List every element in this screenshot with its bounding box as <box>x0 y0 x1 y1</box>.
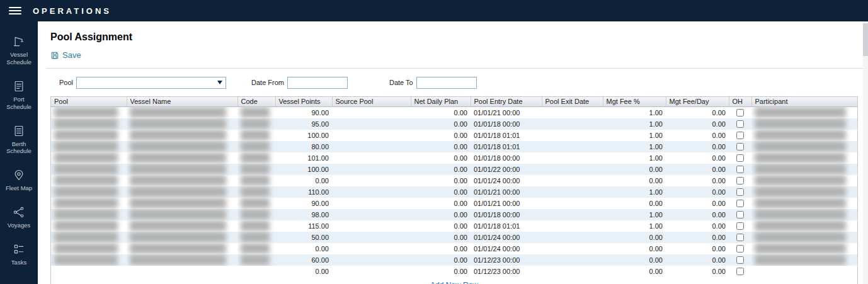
mgt-fee-pct-cell: 1.00 <box>603 186 666 198</box>
vessel-name-cell <box>127 198 237 209</box>
net-daily-plan-cell: 0.00 <box>411 152 471 164</box>
date-from-input[interactable] <box>287 77 348 89</box>
column-header: Pool Entry Date <box>471 97 542 107</box>
column-header: Code <box>237 97 275 107</box>
oh-checkbox[interactable] <box>736 154 744 162</box>
menu-icon[interactable] <box>9 7 21 14</box>
page-title: Pool Assignment <box>50 31 859 43</box>
oh-checkbox[interactable] <box>736 256 744 264</box>
pool-exit-date-cell <box>542 164 603 175</box>
sidebar-item-label: Port Schedule <box>1 96 37 111</box>
oh-checkbox[interactable] <box>736 234 744 241</box>
code-cell <box>237 175 275 186</box>
table-row[interactable]: 95.000.0001/01/18 00:001.000.00 <box>51 118 857 130</box>
redacted-data <box>130 141 226 152</box>
date-from-label: Date From <box>251 79 284 86</box>
table-row[interactable]: 115.000.0001/01/18 01:011.000.00 <box>51 220 857 232</box>
oh-cell <box>729 141 751 152</box>
redacted-data <box>755 186 846 197</box>
table-row[interactable]: 90.000.0001/01/21 00:000.000.00 <box>51 198 857 209</box>
oh-checkbox[interactable] <box>736 211 744 219</box>
mgt-fee-pct-cell: 1.00 <box>603 209 666 220</box>
table-row[interactable]: 90.000.0001/01/21 00:001.000.00 <box>51 107 857 118</box>
column-header: OH <box>729 97 751 107</box>
oh-checkbox[interactable] <box>736 200 744 207</box>
table-row[interactable]: 50.000.0001/01/24 00:000.000.00 <box>51 232 857 243</box>
filter-bar: Pool Date From Date To <box>59 77 859 89</box>
mgt-fee-day-cell: 0.00 <box>666 220 729 232</box>
redacted-data <box>755 232 846 242</box>
oh-checkbox[interactable] <box>736 177 744 185</box>
oh-checkbox[interactable] <box>736 120 744 128</box>
vessel-points-cell: 95.00 <box>275 118 332 130</box>
scrollbar-thumb[interactable] <box>863 23 868 56</box>
redacted-data <box>54 118 118 129</box>
oh-checkbox[interactable] <box>736 166 744 173</box>
pool-cell <box>51 232 127 243</box>
mgt-fee-day-cell: 0.00 <box>666 152 729 164</box>
redacted-data <box>130 118 226 129</box>
column-header: Vessel Points <box>275 97 332 107</box>
net-daily-plan-cell: 0.00 <box>411 254 471 266</box>
redacted-data <box>241 232 270 242</box>
table-row[interactable]: 80.000.0001/01/18 01:011.000.00 <box>51 141 857 152</box>
net-daily-plan-cell: 0.00 <box>411 266 471 277</box>
vessel-name-cell <box>127 243 237 254</box>
sidebar-item-port-schedule[interactable]: Port Schedule <box>1 80 37 111</box>
redacted-data <box>130 186 226 197</box>
save-icon <box>50 51 59 60</box>
sidebar-item-voyages[interactable]: Voyages <box>1 206 37 229</box>
oh-checkbox[interactable] <box>736 132 744 139</box>
mgt-fee-day-cell: 0.00 <box>666 164 729 175</box>
table-row[interactable]: 110.000.0001/01/21 00:001.000.00 <box>51 186 857 198</box>
pool-entry-date-cell: 01/01/24 00:00 <box>471 232 542 243</box>
redacted-data <box>241 152 270 163</box>
participant-cell <box>751 118 857 130</box>
sidebar-item-fleet-map[interactable]: Fleet Map <box>1 169 37 192</box>
oh-checkbox[interactable] <box>736 188 744 196</box>
oh-checkbox[interactable] <box>736 109 744 116</box>
sidebar-item-label: Voyages <box>8 222 30 229</box>
scrollbar[interactable] <box>863 21 868 284</box>
oh-checkbox[interactable] <box>736 268 744 275</box>
redacted-data <box>241 118 270 129</box>
source-pool-cell <box>332 198 411 209</box>
table-row[interactable]: 0.000.0001/12/23 00:000.000.00 <box>51 266 857 277</box>
table-row[interactable]: 100.000.0001/01/18 01:011.000.00 <box>51 130 857 141</box>
mgt-fee-pct-cell: 0.00 <box>603 243 666 254</box>
oh-checkbox[interactable] <box>736 245 744 253</box>
table-row[interactable]: 98.000.0001/01/18 00:001.000.00 <box>51 209 857 220</box>
oh-checkbox[interactable] <box>736 222 744 230</box>
table-row[interactable]: 100.000.0001/01/22 00:000.000.00 <box>51 164 857 175</box>
pool-entry-date-cell: 01/01/18 01:01 <box>471 141 542 152</box>
table-row[interactable]: 101.000.0001/01/18 00:001.000.00 <box>51 152 857 164</box>
sidebar-item-berth-schedule[interactable]: Berth Schedule <box>1 125 37 156</box>
pool-assignment-table: PoolVessel NameCodeVessel PointsSource P… <box>50 96 858 284</box>
chevron-down-icon <box>217 81 222 84</box>
mgt-fee-day-cell: 0.00 <box>666 175 729 186</box>
pool-cell <box>51 175 127 186</box>
sidebar-item-tasks[interactable]: Tasks <box>1 243 37 266</box>
sidebar-item-vessel-schedule[interactable]: Vessel Schedule <box>1 35 37 66</box>
redacted-data <box>755 209 846 220</box>
redacted-data <box>241 164 270 174</box>
table-row[interactable]: 60.000.0001/12/23 00:000.000.00 <box>51 254 857 266</box>
pool-exit-date-cell <box>542 220 603 232</box>
date-to-input[interactable] <box>416 77 477 89</box>
pool-select[interactable] <box>76 77 226 89</box>
redacted-data <box>755 164 846 174</box>
code-cell <box>237 141 275 152</box>
mgt-fee-day-cell: 0.00 <box>666 186 729 198</box>
save-button[interactable]: Save <box>50 50 81 60</box>
pool-exit-date-cell <box>542 141 603 152</box>
vessel-points-cell: 100.00 <box>275 164 332 175</box>
redacted-data <box>755 152 846 163</box>
add-new-row-link[interactable]: Add New Row <box>430 281 478 284</box>
sidebar: Vessel Schedule Port Schedule Berth Sche… <box>0 21 38 284</box>
table-row[interactable]: 0.000.0001/01/24 00:000.000.00 <box>51 243 857 254</box>
participant-cell <box>751 175 857 186</box>
oh-checkbox[interactable] <box>736 143 744 151</box>
table-row[interactable]: 0.000.0001/01/24 00:000.000.00 <box>51 175 857 186</box>
pool-cell <box>51 130 127 141</box>
participant-cell <box>751 141 857 152</box>
